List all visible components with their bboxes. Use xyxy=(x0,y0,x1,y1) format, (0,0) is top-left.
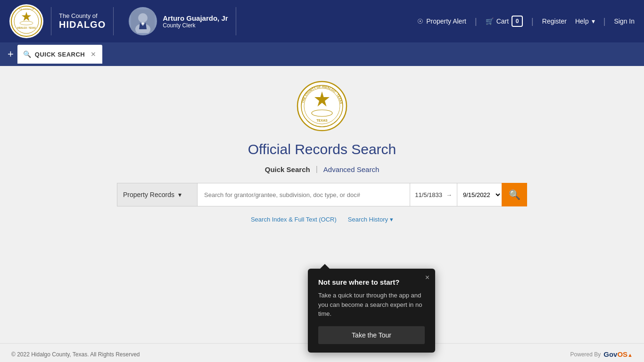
register-button[interactable]: Register xyxy=(542,17,567,25)
county-name: HIDALGO xyxy=(59,19,106,30)
date-arrow-icon: → xyxy=(446,191,452,198)
svg-text:TEXAS: TEXAS xyxy=(316,119,328,122)
popup-body: Take a quick tour through the app and yo… xyxy=(318,291,425,319)
header: HIDALGO · TEXAS THE COUNTY OF The County… xyxy=(0,0,644,42)
search-history-link[interactable]: Search History ▾ xyxy=(348,216,393,223)
advanced-search-link[interactable]: Advanced Search xyxy=(318,165,385,173)
clerk-photo xyxy=(129,7,157,35)
header-divider-2 xyxy=(113,7,114,35)
category-label: Property Records xyxy=(123,191,174,198)
search-index-label: Search Index & Full Text (OCR) xyxy=(251,216,337,223)
popup-title: Not sure where to start? xyxy=(318,278,425,286)
shield-icon: ☉ xyxy=(417,17,423,25)
search-type-nav: Quick Search | Advanced Search xyxy=(259,165,385,173)
svg-point-7 xyxy=(138,13,148,23)
property-alert-label: Property Alert xyxy=(426,17,466,25)
extra-options: Search Index & Full Text (OCR) Search Hi… xyxy=(251,216,393,223)
header-divider-3 xyxy=(236,7,236,35)
property-alert-button[interactable]: ☉ Property Alert xyxy=(417,17,466,25)
main-search-input[interactable] xyxy=(197,183,410,206)
clerk-title: County Clerk xyxy=(163,22,228,29)
date-end-select[interactable]: 9/15/2022 xyxy=(457,183,502,206)
county-of-label: The County of xyxy=(59,12,106,19)
header-divider-1 xyxy=(51,7,51,35)
sep-3: | xyxy=(603,16,606,26)
help-button[interactable]: Help ▾ xyxy=(575,17,595,25)
search-index-link[interactable]: Search Index & Full Text (OCR) xyxy=(251,216,337,223)
sep-1: | xyxy=(475,16,477,26)
header-right: ☉ Property Alert | 🛒 Cart 0 | Register H… xyxy=(417,16,635,27)
add-tab-button[interactable]: + xyxy=(8,49,14,59)
search-submit-icon: 🔍 xyxy=(509,189,520,200)
clerk-name: Arturo Guajardo, Jr xyxy=(163,14,228,22)
quick-search-input[interactable] xyxy=(35,51,87,58)
search-tab: 🔍 ✕ xyxy=(17,45,102,64)
cart-badge: 0 xyxy=(512,16,523,27)
header-logo: HIDALGO · TEXAS THE COUNTY OF xyxy=(9,4,43,38)
tour-popup: × Not sure where to start? Take a quick … xyxy=(308,269,435,353)
clerk-section: Arturo Guajardo, Jr County Clerk xyxy=(129,7,228,35)
cart-icon: 🛒 xyxy=(486,17,494,25)
search-submit-button[interactable]: 🔍 xyxy=(502,183,527,206)
category-dropdown-icon: ▾ xyxy=(178,191,182,198)
govos-text: GovOS▲ xyxy=(603,350,633,358)
take-tour-button[interactable]: Take the Tour xyxy=(318,326,425,344)
govos-logo: Powered By GovOS▲ xyxy=(570,350,633,358)
help-label: Help xyxy=(575,17,589,25)
popup-close-button[interactable]: × xyxy=(425,273,429,282)
county-info: The County of HIDALGO xyxy=(59,12,106,30)
search-tab-icon: 🔍 xyxy=(23,50,31,58)
copyright-text: © 2022 Hidalgo County, Texas. All Rights… xyxy=(11,351,140,358)
date-range: 11/5/1833 → xyxy=(410,183,457,206)
search-history-label: Search History xyxy=(348,216,388,223)
search-form: Property Records ▾ 11/5/1833 → 9/15/2022… xyxy=(117,183,527,206)
powered-by-label: Powered By xyxy=(570,351,601,358)
cart-label: Cart xyxy=(496,17,509,25)
close-tab-button[interactable]: ✕ xyxy=(91,51,96,58)
category-select[interactable]: Property Records ▾ xyxy=(117,183,197,206)
sign-in-button[interactable]: Sign In xyxy=(614,17,635,25)
date-start: 11/5/1833 xyxy=(415,191,442,198)
county-seal-icon: HIDALGO · TEXAS THE COUNTY OF xyxy=(10,5,42,37)
page-title: Official Records Search xyxy=(248,141,396,157)
svg-text:HIDALGO · TEXAS: HIDALGO · TEXAS xyxy=(17,27,36,29)
search-bar-row: + 🔍 ✕ xyxy=(0,42,644,66)
svg-text:THE COUNTY OF: THE COUNTY OF xyxy=(19,8,34,10)
sign-in-label: Sign In xyxy=(614,17,635,25)
chevron-down-icon: ▾ xyxy=(592,17,595,25)
quick-search-link[interactable]: Quick Search xyxy=(259,165,316,173)
clerk-info: Arturo Guajardo, Jr County Clerk xyxy=(163,14,228,29)
main-seal: THE COUNTY OF HIDALGO · TEXAS TEXAS xyxy=(296,80,348,141)
sep-2: | xyxy=(531,16,534,26)
history-chevron-icon: ▾ xyxy=(390,216,393,223)
main-content: THE COUNTY OF HIDALGO · TEXAS TEXAS Offi… xyxy=(0,66,644,343)
cart-section[interactable]: 🛒 Cart 0 xyxy=(486,16,523,27)
register-label: Register xyxy=(542,17,567,25)
